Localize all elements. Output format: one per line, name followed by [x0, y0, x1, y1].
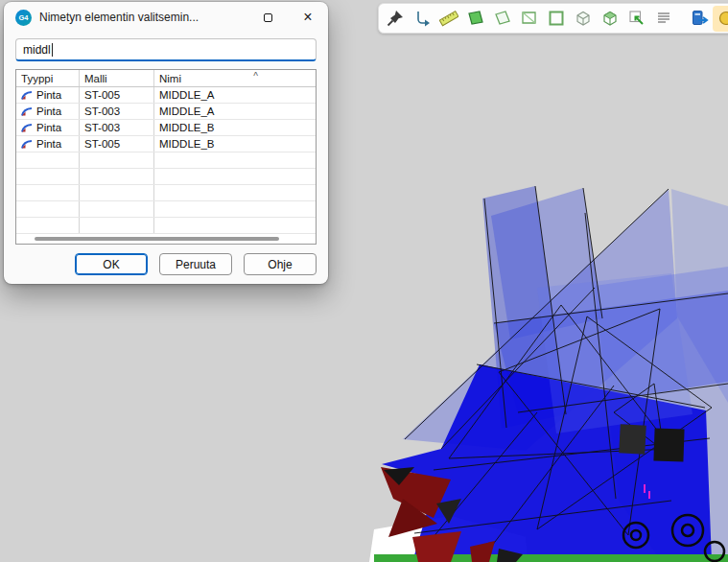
tool-cube-top-button[interactable] [597, 6, 622, 32]
cancel-button[interactable]: Peruuta [159, 253, 232, 275]
plane-frame-icon [547, 9, 566, 28]
close-button[interactable]: × [288, 2, 328, 33]
filled-plane-icon [466, 9, 485, 28]
sort-up-icon: ^ [253, 71, 258, 82]
cell-malli: ST-005 [80, 87, 154, 103]
table-row[interactable]: Pinta ST-005 MIDDLE_A [16, 87, 316, 104]
empty-row [16, 218, 316, 234]
window-controls: × [247, 2, 328, 33]
pick-face-icon [627, 9, 646, 28]
tool-plane-fold-button[interactable] [516, 6, 542, 32]
table-row[interactable]: Pinta ST-003 MIDDLE_B [16, 120, 316, 136]
main-toolbar [378, 3, 728, 34]
tool-layers-button[interactable] [650, 6, 676, 32]
cell-tyyppi: Pinta [36, 89, 61, 101]
dialog-title: Nimetyn elementin valitsemin... [39, 11, 247, 24]
filter-value: middl [23, 43, 51, 57]
highlight-tool-icon [716, 9, 728, 28]
tool-filled-plane-button[interactable] [462, 6, 488, 32]
scrollbar-thumb[interactable] [35, 237, 279, 241]
tool-export-button[interactable] [686, 6, 712, 32]
tool-swap-button[interactable] [409, 6, 434, 32]
named-element-dialog: G4 Nimetyn elementin valitsemin... × mid… [4, 2, 328, 284]
surface-icon [21, 139, 33, 150]
empty-row [16, 169, 316, 185]
text-caret [52, 43, 53, 57]
cell-tyyppi: Pinta [36, 138, 61, 150]
cell-malli: ST-005 [80, 136, 154, 152]
cell-nimi: MIDDLE_A [154, 87, 316, 103]
column-header-tyyppi[interactable]: Tyyppi [16, 70, 80, 86]
maximize-icon [264, 13, 272, 22]
plane-fold-icon [520, 9, 539, 28]
cell-malli: ST-003 [80, 104, 154, 119]
surface-icon [21, 106, 33, 117]
swap-arrow-icon [412, 9, 432, 28]
close-icon: × [303, 9, 312, 26]
tool-pin-button[interactable] [382, 6, 408, 32]
column-header-nimi[interactable]: Nimi ^ [154, 70, 316, 86]
tool-plane-frame-button[interactable] [543, 6, 569, 32]
empty-row [16, 201, 316, 218]
plane-outline-icon [493, 9, 512, 28]
surface-icon [21, 123, 33, 133]
help-button[interactable]: Ohje [244, 253, 317, 275]
column-header-malli[interactable]: Malli [80, 70, 154, 86]
column-header-nimi-label: Nimi [159, 73, 181, 84]
cell-malli: ST-003 [80, 120, 154, 135]
ruler-icon [439, 9, 458, 28]
cell-nimi: MIDDLE_B [154, 136, 316, 152]
cell-tyyppi: Pinta [36, 122, 61, 133]
cell-nimi: MIDDLE_B [154, 120, 316, 135]
horizontal-scrollbar[interactable] [17, 236, 315, 242]
dialog-titlebar[interactable]: G4 Nimetyn elementin valitsemin... × [4, 2, 328, 33]
tool-cube-button[interactable] [570, 6, 596, 32]
layers-icon [654, 9, 673, 28]
app-icon: G4 [15, 10, 32, 26]
pin-icon [386, 9, 405, 28]
maximize-button[interactable] [247, 2, 288, 33]
surface-icon [21, 90, 33, 101]
tool-plane-outline-button[interactable] [489, 6, 515, 32]
empty-row [16, 152, 316, 169]
ok-button[interactable]: OK [75, 253, 148, 275]
dialog-buttons: OK Peruuta Ohje [15, 253, 317, 275]
cube-top-icon [600, 9, 620, 28]
table-header: Tyyppi Malli Nimi ^ [16, 70, 316, 87]
results-table: Tyyppi Malli Nimi ^ Pinta ST-005 MIDDLE_… [15, 69, 317, 245]
export-icon [690, 9, 709, 28]
tool-pick-face-button[interactable] [623, 6, 649, 32]
table-row[interactable]: Pinta ST-005 MIDDLE_B [16, 136, 316, 152]
cube-icon [574, 9, 593, 28]
empty-row [16, 185, 316, 201]
filter-input[interactable]: middl [15, 38, 317, 61]
tool-ruler-button[interactable] [435, 6, 461, 32]
tool-highlight-button[interactable] [713, 6, 728, 32]
table-row[interactable]: Pinta ST-003 MIDDLE_A [16, 104, 316, 120]
cell-nimi: MIDDLE_A [154, 104, 316, 119]
cell-tyyppi: Pinta [36, 105, 61, 117]
